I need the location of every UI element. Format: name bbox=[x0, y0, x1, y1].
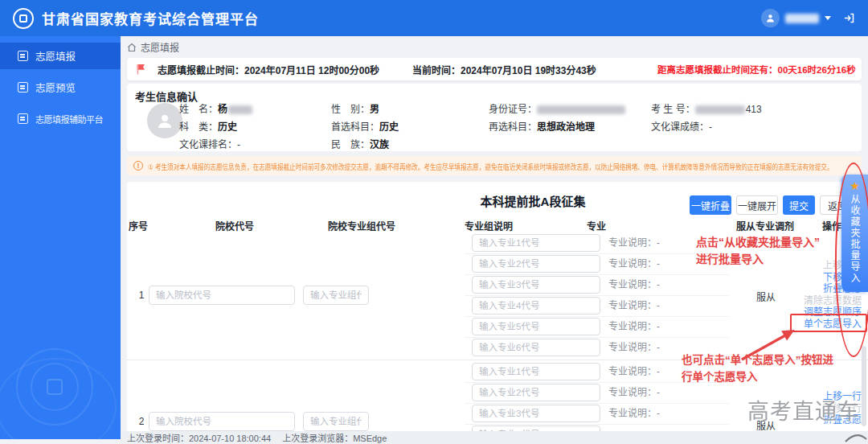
col-header-group-code: 院校专业组代号 bbox=[328, 219, 395, 232]
major-1-input[interactable] bbox=[472, 363, 600, 380]
op-clear: 清除志愿数据 bbox=[757, 295, 862, 307]
field-reselect-subject: 再选科目：思想政治地理 bbox=[489, 121, 595, 133]
sidebar-item-label: 志愿填报 bbox=[35, 48, 76, 64]
last-login-time: 上次登录时间：2024-07-10 18:00:44 bbox=[127, 431, 271, 444]
status-bar: 上次登录时间：2024-07-10 18:00:44 上次登录浏览器：MSEdg… bbox=[121, 431, 868, 444]
batch-title: 本科提前批A段征集 bbox=[481, 192, 586, 209]
app-logo-icon bbox=[13, 8, 34, 29]
major-desc: 专业说明：- bbox=[608, 387, 660, 398]
field-rank: 文化课排名：- bbox=[179, 139, 240, 150]
app-window: 甘肃省国家教育考试综合管理平台 志愿填报 志愿预览 志愿填报辅助平台 bbox=[0, 0, 868, 444]
op-adjust-order[interactable]: 调整志愿顺序 bbox=[757, 306, 862, 319]
breadcrumb-label[interactable]: 志愿填报 bbox=[141, 40, 179, 54]
group-code-input[interactable] bbox=[303, 412, 369, 431]
major-6-input[interactable] bbox=[472, 339, 600, 356]
current-time-text: 当前时间：2024年07月10日 19时33分43秒 bbox=[412, 58, 596, 80]
last-login-browser: 上次登录浏览器：MSEdge bbox=[282, 431, 387, 444]
sidebar-deco-ring bbox=[0, 358, 117, 439]
batch-import-from-favorites-tab[interactable]: ★ 从收藏夹批量导入 bbox=[841, 175, 868, 292]
major-3-input[interactable] bbox=[472, 405, 600, 422]
major-4-input[interactable] bbox=[472, 297, 600, 314]
col-header-obey: 服从专业调剂 bbox=[736, 219, 794, 232]
watermark-swoosh bbox=[844, 430, 868, 444]
annotation-batch-import-tip: 点击“从收藏夹批量导入” 进行批量导入 bbox=[696, 234, 820, 268]
student-avatar bbox=[147, 103, 182, 138]
field-name: 姓 名：杨 bbox=[179, 104, 252, 115]
col-header-group-desc: 专业组说明 bbox=[465, 219, 513, 232]
field-first-subject: 首选科目：历史 bbox=[331, 121, 399, 133]
vertical-scrollbar[interactable] bbox=[862, 346, 866, 426]
field-score: 文化课成绩：- bbox=[651, 121, 712, 133]
user-avatar-icon[interactable] bbox=[761, 9, 780, 27]
field-ethnic: 民 族：汉族 bbox=[331, 139, 389, 150]
watermark-text: 高考直通车 bbox=[747, 394, 860, 426]
notice-text: ① 考生须对本人填报的志愿信息负责，在志愿填报截止时间前可多次修改提交志愿，逾期… bbox=[148, 160, 833, 171]
countdown-text: 距离志愿填报截止时间还有：00天16时26分16秒 bbox=[657, 58, 856, 80]
alarm-flag-icon bbox=[135, 63, 148, 76]
form-icon bbox=[18, 113, 28, 124]
major-desc: 专业说明：- bbox=[608, 258, 660, 269]
field-id-number: 身份证号： bbox=[489, 104, 625, 115]
major-desc: 专业说明：- bbox=[608, 300, 660, 311]
sidebar-deco-emblem bbox=[47, 379, 63, 395]
notice-bar: ! ① 考生须对本人填报的志愿信息负责，在志愿填报截止时间前可多次修改提交志愿，… bbox=[127, 156, 862, 175]
fav-tab-label: 从收藏夹批量导入 bbox=[848, 194, 862, 284]
major-3-input[interactable] bbox=[472, 276, 600, 294]
col-header-ops: 操作 bbox=[822, 219, 841, 232]
major-desc: 专业说明：- bbox=[608, 366, 660, 377]
major-desc: 专业说明：- bbox=[608, 237, 660, 249]
sidebar-nav: 志愿填报 志愿预览 志愿填报辅助平台 bbox=[0, 36, 121, 439]
major-5-input[interactable] bbox=[472, 318, 600, 335]
major-desc: 专业说明：- bbox=[608, 408, 660, 419]
deadline-text: 志愿填报截止时间：2024年07月11日 12时00分00秒 bbox=[158, 58, 379, 80]
major-desc: 专业说明：- bbox=[608, 279, 660, 290]
user-name-redacted bbox=[785, 14, 819, 23]
major-desc: 专业说明：- bbox=[608, 342, 660, 353]
expand-all-button[interactable]: 一键展开 bbox=[736, 195, 778, 215]
major-2-input[interactable] bbox=[472, 255, 600, 273]
info-icon: ! bbox=[133, 161, 143, 171]
major-desc: 专业说明：- bbox=[608, 321, 660, 332]
annotation-arrow-icon bbox=[735, 322, 808, 366]
field-gender: 性 别：男 bbox=[331, 104, 379, 115]
college-code-input[interactable] bbox=[149, 286, 295, 305]
form-icon bbox=[18, 82, 28, 92]
sidebar-item-volunteer-preview[interactable]: 志愿预览 bbox=[0, 74, 121, 101]
sidebar-item-volunteer-fill[interactable]: 志愿填报 bbox=[0, 43, 121, 69]
major-2-input[interactable] bbox=[472, 384, 600, 401]
major-1-input[interactable] bbox=[472, 234, 600, 252]
sidebar-item-label: 志愿预览 bbox=[35, 80, 76, 95]
form-icon bbox=[18, 51, 28, 61]
top-header: 甘肃省国家教育考试综合管理平台 bbox=[0, 0, 868, 36]
sidebar-item-assist-platform[interactable]: 志愿填报辅助平台 bbox=[0, 105, 121, 132]
app-title: 甘肃省国家教育考试综合管理平台 bbox=[42, 8, 259, 28]
deadline-info-bar: 志愿填报截止时间：2024年07月11日 12时00分00秒 当前时间：2024… bbox=[127, 58, 862, 80]
col-header-college-code: 院校代号 bbox=[215, 219, 254, 232]
chevron-down-icon[interactable] bbox=[825, 16, 831, 20]
submit-button[interactable]: 提交 bbox=[783, 195, 815, 215]
group-code-input[interactable] bbox=[303, 286, 369, 305]
logout-icon[interactable] bbox=[843, 12, 855, 24]
college-code-input[interactable] bbox=[149, 412, 295, 431]
student-info-card: 考生信息确认 姓 名：杨 科 类：历史 文化课排名：- 性 别：男 首选科目：历… bbox=[127, 84, 862, 151]
star-icon: ★ bbox=[850, 179, 860, 192]
section-title: 考生信息确认 bbox=[135, 88, 198, 104]
field-exam-number: 考 生 号：413 bbox=[651, 104, 762, 115]
home-icon bbox=[127, 43, 137, 52]
col-header-seq: 序号 bbox=[129, 219, 148, 232]
col-header-major: 专业 bbox=[587, 219, 606, 232]
field-category: 科 类：历史 bbox=[179, 121, 237, 133]
fold-all-button[interactable]: 一键折叠 bbox=[690, 195, 731, 215]
breadcrumb: 志愿填报 bbox=[127, 40, 179, 54]
sidebar-item-label: 志愿填报辅助平台 bbox=[35, 113, 103, 125]
